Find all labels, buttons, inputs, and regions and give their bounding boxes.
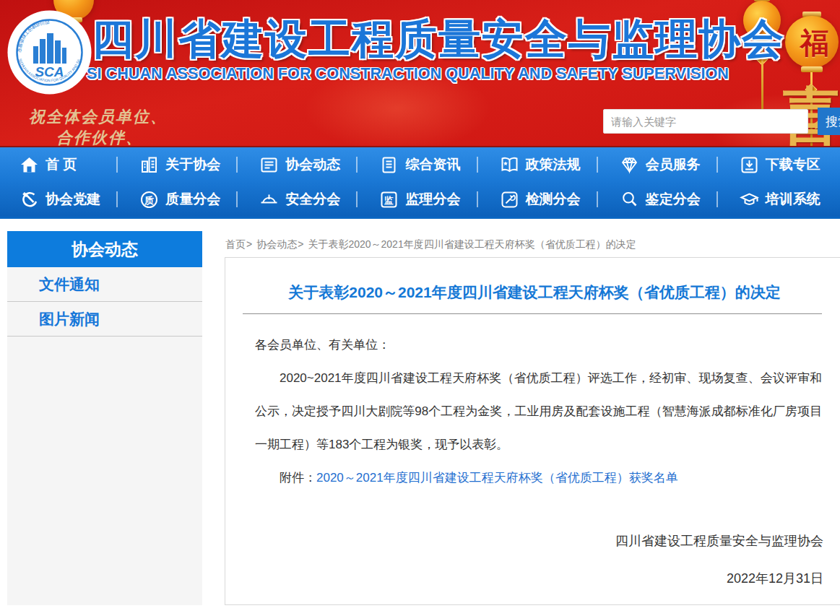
- search-button[interactable]: 搜索: [818, 108, 840, 135]
- party-icon: [20, 190, 39, 209]
- breadcrumb-separator: >: [298, 238, 303, 250]
- book-icon: [500, 155, 519, 175]
- nav-item-supervision-branch[interactable]: 监 监理分会: [360, 182, 480, 217]
- search-input[interactable]: [603, 109, 808, 134]
- nav-item-testing-branch[interactable]: 检测分会: [480, 182, 600, 217]
- wrench-icon: [500, 190, 519, 209]
- nav-label: 质量分会: [165, 190, 220, 209]
- article-body: 各会员单位、有关单位： 2020~2021年度四川省建设工程天府杯奖（省优质工程…: [225, 329, 840, 495]
- article-paragraph: 2020~2021年度四川省建设工程天府杯奖（省优质工程）评选工作，经初审、现场…: [255, 362, 822, 461]
- sidebar: 协会动态 文件通知 图片新闻: [7, 231, 202, 605]
- document-icon: [379, 155, 399, 175]
- breadcrumb-separator: >: [246, 238, 252, 250]
- nav-label: 检测分会: [526, 190, 581, 209]
- nav-label: 监理分会: [405, 190, 460, 209]
- article-date: 2022年12月31日: [225, 570, 840, 587]
- nav-label: 鉴定分会: [646, 190, 701, 209]
- breadcrumb-home[interactable]: 首页: [225, 238, 246, 250]
- nav-label: 会员服务: [646, 155, 701, 174]
- nav-item-member-services[interactable]: 会员服务: [600, 147, 720, 182]
- sidebar-item-file-notices[interactable]: 文件通知: [7, 267, 202, 302]
- main-navigation: 首 页 关于协会 协会动态 综合资讯 政策法规 会员服务 下载专区 协会党建 质…: [0, 146, 840, 219]
- attachment-line: 附件：2020～2021年度四川省建设工程天府杯奖（省优质工程）获奖名单: [255, 461, 822, 495]
- breadcrumb-current-page: 关于表彰2020～2021年度四川省建设工程天府杯奖（省优质工程）的决定: [308, 238, 636, 250]
- nav-item-appraisal-branch[interactable]: 鉴定分会: [600, 182, 720, 217]
- site-header: 福 喜 SCA 四川省建设工程质量安全与监理协会 SICHUAN ASSOCIA…: [0, 0, 840, 146]
- quality-badge-char: 质: [144, 194, 154, 205]
- nav-label: 综合资讯: [405, 155, 460, 174]
- fu-character: 福: [800, 23, 829, 63]
- association-logo[interactable]: SCA 四川省建设工程质量安全与监理协会 SICHUAN ASSOCIATION…: [6, 9, 93, 96]
- nav-item-training-system[interactable]: 培训系统: [720, 182, 840, 217]
- nav-item-association-news[interactable]: 协会动态: [240, 147, 360, 182]
- diamond-icon: [620, 155, 639, 175]
- nav-item-about[interactable]: 关于协会: [120, 147, 240, 182]
- nav-item-safety-branch[interactable]: 安全分会: [240, 182, 360, 217]
- sidebar-item-photo-news[interactable]: 图片新闻: [7, 302, 202, 337]
- supervision-badge-char: 监: [384, 194, 394, 205]
- nav-label: 关于协会: [165, 155, 220, 174]
- nav-item-general-info[interactable]: 综合资讯: [360, 147, 480, 182]
- supervision-badge-icon: 监: [379, 190, 399, 209]
- breadcrumb: 首页>协会动态>关于表彰2020～2021年度四川省建设工程天府杯奖（省优质工程…: [225, 238, 636, 251]
- article-signature: 四川省建设工程质量安全与监理协会: [225, 532, 840, 550]
- nav-item-policies[interactable]: 政策法规: [480, 147, 600, 182]
- attachment-label: 附件：: [280, 471, 316, 485]
- site-title-english: SI CHUAN ASSOCIATION FOR CONSTRACTION QU…: [87, 64, 729, 83]
- site-title-chinese: 四川省建设工程质量安全与监理协会: [92, 12, 785, 68]
- graduation-cap-icon: [740, 190, 759, 209]
- greeting-text-line2: 合作伙伴、: [56, 127, 143, 146]
- nav-item-quality-branch[interactable]: 质 质量分会: [120, 182, 240, 217]
- breadcrumb-association-news[interactable]: 协会动态: [256, 238, 297, 250]
- home-icon: [20, 155, 39, 175]
- greeting-text-line1: 祝全体会员单位、: [29, 106, 168, 128]
- article-salutation: 各会员单位、有关单位：: [255, 329, 822, 362]
- building-icon: [139, 155, 159, 175]
- nav-label: 下载专区: [766, 155, 820, 174]
- magnifier-icon: [620, 190, 639, 209]
- nav-label: 政策法规: [526, 155, 581, 174]
- attachment-link[interactable]: 2020～2021年度四川省建设工程天府杯奖（省优质工程）获奖名单: [316, 471, 678, 485]
- nav-label: 协会党建: [46, 190, 100, 209]
- nav-label: 首 页: [46, 155, 77, 174]
- quality-badge-icon: 质: [139, 190, 159, 209]
- nav-item-home[interactable]: 首 页: [0, 147, 120, 182]
- download-icon: [740, 155, 759, 175]
- nav-item-downloads[interactable]: 下载专区: [720, 147, 840, 182]
- nav-label: 协会动态: [285, 155, 340, 174]
- nav-label: 培训系统: [766, 190, 820, 209]
- news-icon: [259, 155, 279, 175]
- helmet-icon: [259, 190, 279, 209]
- nav-item-party-building[interactable]: 协会党建: [0, 182, 120, 217]
- title-divider: [243, 313, 822, 314]
- article-panel: 关于表彰2020～2021年度四川省建设工程天府杯奖（省优质工程）的决定 各会员…: [225, 257, 840, 605]
- sidebar-title: 协会动态: [7, 231, 202, 267]
- nav-label: 安全分会: [285, 190, 340, 209]
- article-title: 关于表彰2020～2021年度四川省建设工程天府杯奖（省优质工程）的决定: [225, 282, 840, 303]
